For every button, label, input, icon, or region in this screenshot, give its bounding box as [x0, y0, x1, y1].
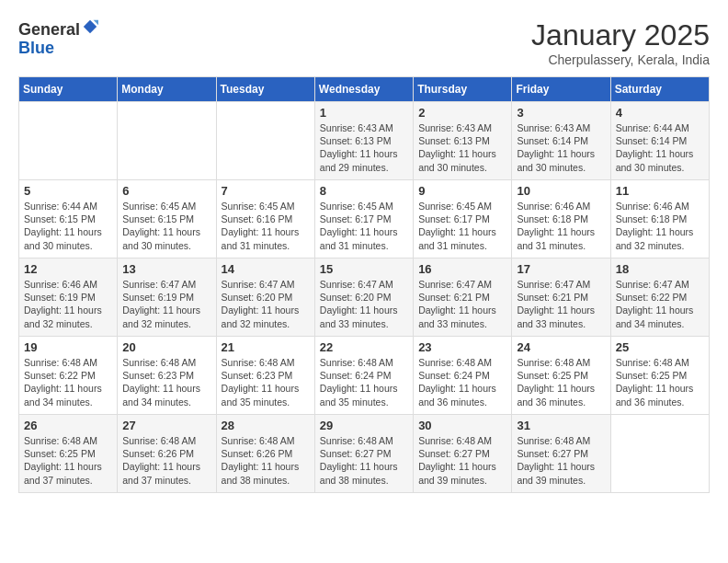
- day-number: 5: [24, 184, 112, 198]
- weekday-header-friday: Friday: [512, 77, 610, 102]
- day-info: Sunrise: 6:47 AM Sunset: 6:21 PM Dayligh…: [418, 278, 506, 330]
- calendar-week-1: 1Sunrise: 6:43 AM Sunset: 6:13 PM Daylig…: [19, 102, 710, 180]
- calendar-cell: 1Sunrise: 6:43 AM Sunset: 6:13 PM Daylig…: [314, 102, 413, 180]
- day-number: 22: [320, 340, 408, 354]
- day-info: Sunrise: 6:46 AM Sunset: 6:19 PM Dayligh…: [24, 278, 112, 330]
- calendar-cell: 5Sunrise: 6:44 AM Sunset: 6:15 PM Daylig…: [19, 180, 118, 259]
- calendar-cell: 23Sunrise: 6:48 AM Sunset: 6:24 PM Dayli…: [414, 337, 512, 415]
- day-info: Sunrise: 6:47 AM Sunset: 6:19 PM Dayligh…: [122, 278, 210, 330]
- calendar-cell: 22Sunrise: 6:48 AM Sunset: 6:24 PM Dayli…: [314, 337, 413, 415]
- calendar-cell: 24Sunrise: 6:48 AM Sunset: 6:25 PM Dayli…: [512, 337, 610, 415]
- day-info: Sunrise: 6:45 AM Sunset: 6:17 PM Dayligh…: [320, 200, 408, 252]
- logo-icon: [82, 18, 98, 35]
- calendar-cell: 25Sunrise: 6:48 AM Sunset: 6:25 PM Dayli…: [610, 337, 709, 415]
- day-info: Sunrise: 6:43 AM Sunset: 6:13 PM Dayligh…: [320, 121, 408, 174]
- calendar-cell: [216, 102, 314, 180]
- day-number: 1: [320, 106, 408, 120]
- day-number: 4: [616, 106, 704, 120]
- day-number: 24: [517, 340, 605, 354]
- day-number: 28: [222, 419, 310, 432]
- calendar-cell: [610, 415, 709, 493]
- day-number: 27: [122, 419, 210, 432]
- calendar-body: 1Sunrise: 6:43 AM Sunset: 6:13 PM Daylig…: [19, 102, 710, 493]
- day-number: 11: [616, 184, 704, 198]
- day-number: 3: [517, 106, 605, 120]
- calendar-cell: 19Sunrise: 6:48 AM Sunset: 6:22 PM Dayli…: [19, 337, 118, 415]
- day-number: 8: [320, 184, 408, 198]
- calendar-cell: 11Sunrise: 6:46 AM Sunset: 6:18 PM Dayli…: [610, 180, 709, 259]
- calendar-cell: 7Sunrise: 6:45 AM Sunset: 6:16 PM Daylig…: [216, 180, 314, 259]
- calendar-cell: 27Sunrise: 6:48 AM Sunset: 6:26 PM Dayli…: [118, 415, 216, 493]
- day-info: Sunrise: 6:48 AM Sunset: 6:27 PM Dayligh…: [320, 434, 408, 487]
- weekday-header-row: SundayMondayTuesdayWednesdayThursdayFrid…: [19, 77, 710, 102]
- location-subtitle: Cherpulassery, Kerala, India: [531, 52, 710, 67]
- day-info: Sunrise: 6:48 AM Sunset: 6:24 PM Dayligh…: [418, 356, 506, 408]
- day-info: Sunrise: 6:48 AM Sunset: 6:23 PM Dayligh…: [222, 356, 310, 408]
- day-number: 17: [517, 262, 605, 276]
- day-number: 30: [418, 419, 506, 432]
- day-number: 25: [616, 340, 704, 354]
- svg-marker-0: [84, 20, 97, 33]
- logo-general: General: [18, 20, 80, 39]
- day-info: Sunrise: 6:48 AM Sunset: 6:26 PM Dayligh…: [222, 434, 310, 487]
- day-info: Sunrise: 6:47 AM Sunset: 6:22 PM Dayligh…: [616, 278, 704, 330]
- calendar-cell: 14Sunrise: 6:47 AM Sunset: 6:20 PM Dayli…: [216, 259, 314, 337]
- day-number: 31: [517, 419, 605, 432]
- calendar-cell: 28Sunrise: 6:48 AM Sunset: 6:26 PM Dayli…: [216, 415, 314, 493]
- day-number: 20: [122, 340, 210, 354]
- calendar-cell: 6Sunrise: 6:45 AM Sunset: 6:15 PM Daylig…: [118, 180, 216, 259]
- calendar-cell: 9Sunrise: 6:45 AM Sunset: 6:17 PM Daylig…: [414, 180, 512, 259]
- weekday-header-tuesday: Tuesday: [216, 77, 314, 102]
- calendar-cell: 8Sunrise: 6:45 AM Sunset: 6:17 PM Daylig…: [314, 180, 413, 259]
- calendar-cell: 29Sunrise: 6:48 AM Sunset: 6:27 PM Dayli…: [314, 415, 413, 493]
- day-info: Sunrise: 6:48 AM Sunset: 6:25 PM Dayligh…: [517, 356, 605, 408]
- day-number: 23: [418, 340, 506, 354]
- title-section: January 2025 Cherpulassery, Kerala, Indi…: [531, 18, 710, 67]
- day-number: 13: [122, 262, 210, 276]
- day-info: Sunrise: 6:45 AM Sunset: 6:16 PM Dayligh…: [222, 200, 310, 252]
- logo-blue: Blue: [18, 39, 54, 57]
- calendar-cell: 21Sunrise: 6:48 AM Sunset: 6:23 PM Dayli…: [216, 337, 314, 415]
- day-number: 29: [320, 419, 408, 432]
- day-number: 9: [418, 184, 506, 198]
- day-info: Sunrise: 6:48 AM Sunset: 6:26 PM Dayligh…: [122, 434, 210, 487]
- day-info: Sunrise: 6:48 AM Sunset: 6:27 PM Dayligh…: [517, 434, 605, 487]
- calendar-cell: 18Sunrise: 6:47 AM Sunset: 6:22 PM Dayli…: [610, 259, 709, 337]
- day-info: Sunrise: 6:45 AM Sunset: 6:17 PM Dayligh…: [418, 200, 506, 252]
- calendar-table: SundayMondayTuesdayWednesdayThursdayFrid…: [18, 76, 710, 493]
- calendar-cell: 4Sunrise: 6:44 AM Sunset: 6:14 PM Daylig…: [610, 102, 709, 180]
- calendar-cell: 12Sunrise: 6:46 AM Sunset: 6:19 PM Dayli…: [19, 259, 118, 337]
- day-info: Sunrise: 6:48 AM Sunset: 6:25 PM Dayligh…: [24, 434, 112, 487]
- day-info: Sunrise: 6:45 AM Sunset: 6:15 PM Dayligh…: [122, 200, 210, 252]
- day-info: Sunrise: 6:43 AM Sunset: 6:13 PM Dayligh…: [418, 121, 506, 174]
- day-number: 2: [418, 106, 506, 120]
- day-info: Sunrise: 6:44 AM Sunset: 6:14 PM Dayligh…: [616, 121, 704, 174]
- day-number: 26: [24, 419, 112, 432]
- day-info: Sunrise: 6:47 AM Sunset: 6:21 PM Dayligh…: [517, 278, 605, 330]
- calendar-cell: [118, 102, 216, 180]
- day-info: Sunrise: 6:48 AM Sunset: 6:27 PM Dayligh…: [418, 434, 506, 487]
- day-number: 14: [222, 262, 310, 276]
- day-number: 10: [517, 184, 605, 198]
- day-info: Sunrise: 6:48 AM Sunset: 6:22 PM Dayligh…: [24, 356, 112, 408]
- day-info: Sunrise: 6:48 AM Sunset: 6:24 PM Dayligh…: [320, 356, 408, 408]
- calendar-cell: 3Sunrise: 6:43 AM Sunset: 6:14 PM Daylig…: [512, 102, 610, 180]
- weekday-header-monday: Monday: [118, 77, 216, 102]
- weekday-header-sunday: Sunday: [19, 77, 118, 102]
- calendar-cell: [19, 102, 118, 180]
- calendar-week-4: 19Sunrise: 6:48 AM Sunset: 6:22 PM Dayli…: [19, 337, 710, 415]
- day-number: 15: [320, 262, 408, 276]
- day-info: Sunrise: 6:43 AM Sunset: 6:14 PM Dayligh…: [517, 121, 605, 174]
- day-number: 6: [122, 184, 210, 198]
- day-number: 16: [418, 262, 506, 276]
- calendar-cell: 30Sunrise: 6:48 AM Sunset: 6:27 PM Dayli…: [414, 415, 512, 493]
- weekday-header-wednesday: Wednesday: [314, 77, 413, 102]
- day-info: Sunrise: 6:47 AM Sunset: 6:20 PM Dayligh…: [222, 278, 310, 330]
- day-info: Sunrise: 6:48 AM Sunset: 6:23 PM Dayligh…: [122, 356, 210, 408]
- calendar-cell: 10Sunrise: 6:46 AM Sunset: 6:18 PM Dayli…: [512, 180, 610, 259]
- month-title: January 2025: [531, 18, 710, 52]
- calendar-cell: 2Sunrise: 6:43 AM Sunset: 6:13 PM Daylig…: [414, 102, 512, 180]
- day-number: 21: [222, 340, 310, 354]
- calendar-cell: 17Sunrise: 6:47 AM Sunset: 6:21 PM Dayli…: [512, 259, 610, 337]
- calendar-week-2: 5Sunrise: 6:44 AM Sunset: 6:15 PM Daylig…: [19, 180, 710, 259]
